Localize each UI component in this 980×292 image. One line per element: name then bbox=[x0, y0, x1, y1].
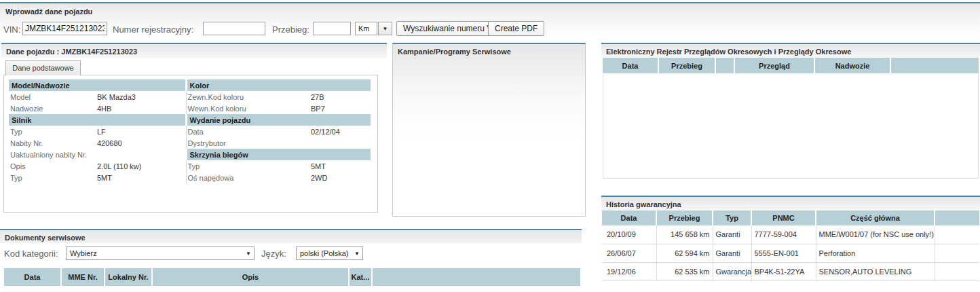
table-row[interactable]: 26/06/0762 594 kmGaranti5555-EN-001Perfo… bbox=[602, 244, 979, 262]
vehicle-detail-row: Uaktualniony nabity Nr.Skrzynia biegów bbox=[9, 149, 371, 160]
table-cell: 19/12/06 bbox=[602, 262, 656, 280]
field-value: 02/12/04 bbox=[309, 126, 371, 137]
field-value: 2WD bbox=[309, 172, 371, 183]
toolbar-title: Wprowadź dane pojazdu bbox=[5, 7, 92, 16]
mileage-unit-value[interactable]: Km bbox=[355, 22, 377, 35]
vin-label: VIN: bbox=[3, 24, 20, 35]
vehicle-detail-table: Model/NadwozieKolorModelBK Mazda3Zewn.Ko… bbox=[9, 79, 371, 183]
tab-basic-data[interactable]: Dane podstawowe bbox=[5, 60, 81, 75]
field-label: Data bbox=[186, 126, 309, 137]
create-pdf-button[interactable]: Create PDF bbox=[488, 21, 544, 36]
mileage-label: Przebieg: bbox=[272, 24, 309, 35]
field-label: Nadwozie bbox=[9, 103, 96, 114]
section-header: Wydanie pojazdu bbox=[186, 114, 371, 126]
warranty-panel-titlebar: Historia gwarancyjna bbox=[601, 196, 980, 211]
column-header: MME Nr. bbox=[61, 268, 105, 286]
column-header: Przegląd bbox=[734, 58, 814, 73]
vehicle-detail-row: SilnikWydanie pojazdu bbox=[9, 114, 371, 126]
table-row[interactable]: 20/10/09145 658 kmGaranti7777-59-004MME/… bbox=[602, 225, 979, 244]
column-header: Lokalny Nr. bbox=[105, 268, 152, 286]
field-label: Typ bbox=[186, 160, 309, 172]
field-label: Dystrybutor bbox=[186, 137, 309, 149]
table-header-row: DataPrzebiegPrzeglądNadwozie bbox=[603, 58, 979, 73]
field-value: LF bbox=[96, 126, 186, 137]
field-value bbox=[309, 137, 371, 149]
inspections-table: DataPrzebiegPrzeglądNadwozie bbox=[603, 58, 979, 73]
table-cell: Perforation bbox=[816, 244, 935, 262]
table-cell: 62 594 km bbox=[656, 244, 713, 262]
section-header: Model/Nadwozie bbox=[9, 79, 186, 91]
vin-input[interactable] bbox=[22, 22, 107, 35]
field-value: 2.0L (110 kw) bbox=[96, 160, 186, 172]
vehicle-detail-row: Model/NadwozieKolor bbox=[9, 79, 371, 91]
column-header: Nadwozie bbox=[814, 58, 890, 73]
table-cell: Garanti bbox=[713, 225, 751, 244]
field-value: 5MT bbox=[96, 172, 186, 183]
table-row[interactable]: 19/12/0662 535 kmGwarancjaBP4K-51-22YASE… bbox=[602, 262, 979, 280]
section-header: Silnik bbox=[9, 114, 186, 126]
table-header-row: DataPrzebiegTypPNMCCzęść główna bbox=[602, 211, 979, 225]
registration-label: Numer rejestracyjny: bbox=[113, 24, 193, 35]
documents-table: DataMME Nr.Lokalny Nr.OpisKat... bbox=[4, 268, 580, 286]
warranty-history-panel: Historia gwarancyjna DataPrzebiegTypPNMC… bbox=[601, 196, 980, 292]
column-header bbox=[372, 268, 580, 286]
field-value: 4HB bbox=[96, 103, 186, 114]
field-label: Oś napędowa bbox=[186, 172, 309, 183]
warranty-history-table: DataPrzebiegTypPNMCCzęść główna20/10/091… bbox=[602, 211, 979, 281]
vehicle-data-box: Model/NadwozieKolorModelBK Mazda3Zewn.Ko… bbox=[3, 75, 378, 213]
vehicle-detail-row: Opis2.0L (110 kw)Typ5MT bbox=[9, 160, 371, 172]
category-select-value: Wybierz bbox=[70, 249, 97, 257]
warranty-panel-title: Historia gwarancyjna bbox=[601, 197, 980, 208]
category-label: Kod kategorii: bbox=[4, 249, 58, 259]
table-cell: Gwarancja bbox=[713, 262, 751, 280]
inspections-panel: Elektroniczny Rejestr Przeglądów Okresow… bbox=[601, 43, 980, 179]
language-select-value: polski (Polska) bbox=[300, 249, 349, 257]
table-cell bbox=[935, 225, 979, 244]
field-label: Typ bbox=[9, 172, 96, 183]
column-header: Data bbox=[602, 211, 656, 225]
language-select[interactable]: polski (Polska) ▼ bbox=[296, 247, 363, 260]
field-label: Nabity Nr. bbox=[9, 137, 96, 149]
field-label: Zewn.Kod koloru bbox=[186, 91, 309, 103]
category-select[interactable]: Wybierz ▼ bbox=[66, 247, 255, 260]
documents-panel-title: Dokumenty serwisowe bbox=[0, 230, 582, 242]
column-header: Data bbox=[4, 268, 61, 286]
inspections-panel-titlebar: Elektroniczny Rejestr Przeglądów Okresow… bbox=[601, 43, 980, 58]
field-label: Opis bbox=[9, 160, 96, 172]
language-dropdown-arrow-icon: ▼ bbox=[354, 251, 360, 257]
vehicle-detail-row: ModelBK Mazda3Zewn.Kod koloru27B bbox=[9, 91, 371, 103]
table-cell: MME/W001/07 (for NSC use only!) bbox=[816, 225, 935, 244]
mileage-unit-dropdown-arrow-icon[interactable]: ▼ bbox=[378, 22, 392, 35]
column-header: Data bbox=[603, 58, 658, 73]
documents-panel-titlebar: Dokumenty serwisowe bbox=[0, 229, 582, 243]
inspections-panel-title: Elektroniczny Rejestr Przeglądów Okresow… bbox=[601, 44, 980, 56]
language-label: Język: bbox=[261, 249, 286, 259]
column-header: Przebieg bbox=[658, 58, 715, 73]
field-value: 27B bbox=[309, 91, 371, 103]
table-cell: Garanti bbox=[713, 244, 751, 262]
field-label: Model bbox=[9, 91, 96, 103]
table-cell: 5555-EN-001 bbox=[751, 244, 816, 262]
vehicle-detail-row: Nadwozie4HBWewn.Kod koloruBP7 bbox=[9, 103, 371, 114]
column-header: Część główna bbox=[816, 211, 935, 225]
campaigns-panel: Kampanie/Programy Serwisowe bbox=[392, 43, 586, 217]
field-value bbox=[96, 149, 186, 160]
table-cell: BP4K-51-22YA bbox=[751, 262, 816, 280]
field-value: BK Mazda3 bbox=[96, 91, 186, 103]
vehicle-entry-toolbar: Wprowadź dane pojazdu VIN: Numer rejestr… bbox=[0, 2, 980, 39]
vehicle-detail-row: Typ5MTOś napędowa2WD bbox=[9, 172, 371, 183]
field-label: Wewn.Kod koloru bbox=[186, 103, 309, 114]
mileage-input[interactable] bbox=[313, 22, 351, 35]
vehicle-panel-titlebar: Dane pojazdu : JMZBK14F251213023 bbox=[1, 43, 387, 58]
section-header: Skrzynia biegów bbox=[186, 149, 371, 160]
registration-input[interactable] bbox=[203, 22, 265, 35]
table-cell bbox=[935, 262, 979, 280]
column-header: Typ bbox=[713, 211, 751, 225]
column-header bbox=[715, 58, 734, 73]
column-header bbox=[890, 58, 979, 73]
vehicle-panel-title: Dane pojazdu : JMZBK14F251213023 bbox=[1, 44, 387, 56]
field-value: BP7 bbox=[309, 103, 371, 114]
vehicle-data-panel: Dane pojazdu : JMZBK14F251213023 Dane po… bbox=[1, 43, 387, 213]
table-cell: 20/10/09 bbox=[602, 225, 656, 244]
table-cell: 62 535 km bbox=[656, 262, 713, 280]
